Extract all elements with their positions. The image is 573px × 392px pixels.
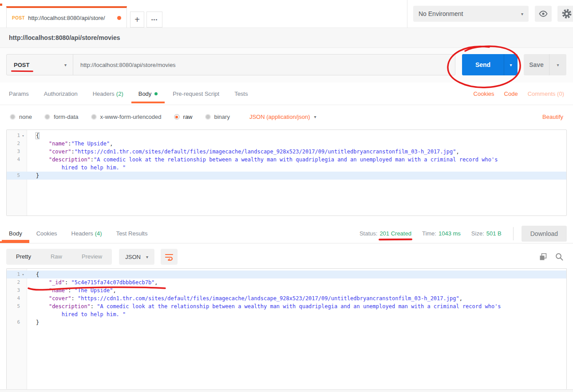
- radio-none-label: none: [19, 114, 32, 120]
- response-toolbar: Pretty Raw Preview JSON ▾: [0, 247, 573, 267]
- search-button[interactable]: [555, 253, 563, 261]
- wrap-text-button[interactable]: [161, 249, 178, 265]
- response-headers-count-badge: (4): [95, 230, 102, 237]
- view-raw[interactable]: Raw: [41, 249, 72, 265]
- tab-tests[interactable]: Tests: [234, 82, 248, 105]
- tab-headers[interactable]: Headers(2): [93, 82, 123, 105]
- tab-options-button[interactable]: •••: [146, 12, 162, 27]
- response-toolbar-icons: [539, 253, 567, 261]
- response-tab-headers-label: Headers: [71, 230, 93, 237]
- tab-body[interactable]: Body: [138, 82, 158, 105]
- comments-link[interactable]: Comments (0): [528, 90, 564, 97]
- response-body-editor[interactable]: 1▾{2 "_id": "5c4e715fa74c07dbbb6ecb7b",3…: [6, 268, 567, 389]
- tab-authorization[interactable]: Authorization: [44, 82, 78, 105]
- gear-icon: [561, 8, 572, 19]
- code-line-content: "description": "A comedic look at the re…: [27, 302, 566, 318]
- eye-icon: [538, 10, 549, 17]
- method-selector[interactable]: POST ▾: [7, 55, 73, 75]
- status-meta: Status:201 Created: [360, 230, 411, 237]
- code-line: 4 "cover": "https://cdn1.thr.com/sites/d…: [7, 294, 566, 302]
- new-tab-button[interactable]: +: [130, 12, 144, 27]
- response-format-label: JSON: [125, 254, 141, 260]
- response-code-lines: 1▾{2 "_id": "5c4e715fa74c07dbbb6ecb7b",3…: [7, 269, 566, 326]
- copy-button[interactable]: [539, 253, 547, 261]
- radio-none[interactable]: none: [10, 114, 32, 120]
- partial-tab-indicator: [0, 4, 2, 6]
- code-line: 2 "name":"The Upside",: [7, 140, 566, 148]
- settings-button[interactable]: [557, 6, 573, 22]
- line-number: 1▾: [7, 132, 27, 140]
- status-value: 201 Created: [379, 230, 411, 237]
- radio-form-data[interactable]: form-data: [44, 114, 79, 120]
- save-button[interactable]: Save: [524, 54, 549, 75]
- radio-binary[interactable]: binary: [205, 114, 230, 120]
- line-number: 5: [7, 172, 27, 180]
- request-tabs-right: Cookies Code Comments (0): [474, 90, 564, 97]
- chevron-down-icon: ▾: [521, 12, 523, 16]
- download-button[interactable]: Download: [522, 226, 567, 242]
- line-number: 5: [7, 302, 27, 318]
- response-view-switch: Pretty Raw Preview: [6, 249, 112, 265]
- code-link[interactable]: Code: [504, 90, 518, 97]
- environment-selector[interactable]: No Environment ▾: [413, 6, 529, 22]
- code-line: 3 "name": "The Upside",: [7, 286, 566, 294]
- url-input[interactable]: http://localhost:8080/api/store/movies: [73, 55, 455, 75]
- chevron-down-icon: ▾: [64, 63, 67, 67]
- response-tab-test-results-label: Test Results: [116, 230, 148, 237]
- radio-raw[interactable]: raw: [174, 114, 193, 120]
- request-tab[interactable]: POST http://localhost:8080/api/store/: [6, 6, 127, 27]
- wrap-text-icon: [165, 253, 174, 261]
- code-line-content: {: [27, 132, 566, 140]
- code-line: 5}: [7, 172, 566, 180]
- save-options-button[interactable]: ▾: [549, 54, 566, 75]
- line-number: 2: [7, 278, 27, 286]
- code-line: 1▾{: [7, 270, 566, 278]
- request-body-editor[interactable]: 1▾{2 "name":"The Upside",3 "cover":"http…: [6, 129, 567, 216]
- chevron-down-icon: ▾: [146, 255, 148, 259]
- header-divider: [407, 0, 407, 27]
- response-format-selector[interactable]: JSON ▾: [119, 249, 154, 265]
- radio-selected-icon: [174, 114, 180, 120]
- radio-icon: [205, 114, 211, 120]
- code-line: 1▾{: [7, 132, 566, 140]
- request-builder: POST ▾ http://localhost:8080/api/store/m…: [0, 48, 573, 82]
- tab-params[interactable]: Params: [9, 82, 29, 105]
- size-value: 501 B: [486, 230, 502, 237]
- send-button[interactable]: Send: [462, 54, 504, 75]
- body-filled-dot: [154, 92, 158, 95]
- environment-label: No Environment: [419, 10, 521, 17]
- tab-params-label: Params: [9, 90, 29, 97]
- code-line-content: "description":"A comedic look at the rel…: [27, 156, 566, 172]
- response-tab-test-results[interactable]: Test Results: [116, 224, 148, 243]
- response-tab-body[interactable]: Body: [9, 224, 22, 243]
- response-tab-cookies[interactable]: Cookies: [36, 224, 57, 243]
- line-number: 3: [7, 286, 27, 294]
- line-number: 3: [7, 148, 27, 156]
- radio-urlencoded[interactable]: x-www-form-urlencoded: [91, 114, 162, 120]
- response-tab-headers[interactable]: Headers(4): [71, 224, 102, 243]
- tab-body-label: Body: [138, 90, 152, 97]
- line-number: 4: [7, 156, 27, 172]
- unsaved-changes-dot: [117, 16, 121, 20]
- tab-pre-request-script[interactable]: Pre-request Script: [173, 82, 219, 105]
- cookies-link[interactable]: Cookies: [474, 90, 494, 97]
- code-line-content: "cover": "https://cdn1.thr.com/sites/def…: [27, 294, 566, 302]
- environment-quick-look-button[interactable]: [535, 6, 552, 22]
- request-title: http://localhost:8080/api/store/movies: [9, 34, 120, 41]
- code-line-content: "cover":"https://cdn1.thr.com/sites/defa…: [27, 148, 566, 156]
- tab-headers-label: Headers: [93, 90, 115, 97]
- code-line: 5 "description": "A comedic look at the …: [7, 302, 566, 318]
- code-line-content: "_id": "5c4e715fa74c07dbbb6ecb7b",: [27, 278, 566, 286]
- content-type-selector[interactable]: JSON (application/json) ▾: [249, 114, 316, 120]
- content-type-label: JSON (application/json): [249, 114, 310, 120]
- radio-icon: [44, 114, 50, 120]
- send-split-button: Send ▾: [462, 54, 518, 75]
- send-options-button[interactable]: ▾: [504, 54, 518, 75]
- save-split-button: Save ▾: [524, 54, 566, 75]
- code-line-content: }: [27, 172, 566, 180]
- view-preview[interactable]: Preview: [72, 249, 112, 265]
- footer-strip: [0, 389, 573, 392]
- meta-divider: [513, 227, 514, 240]
- beautify-link[interactable]: Beautify: [542, 114, 563, 120]
- view-pretty[interactable]: Pretty: [6, 249, 41, 265]
